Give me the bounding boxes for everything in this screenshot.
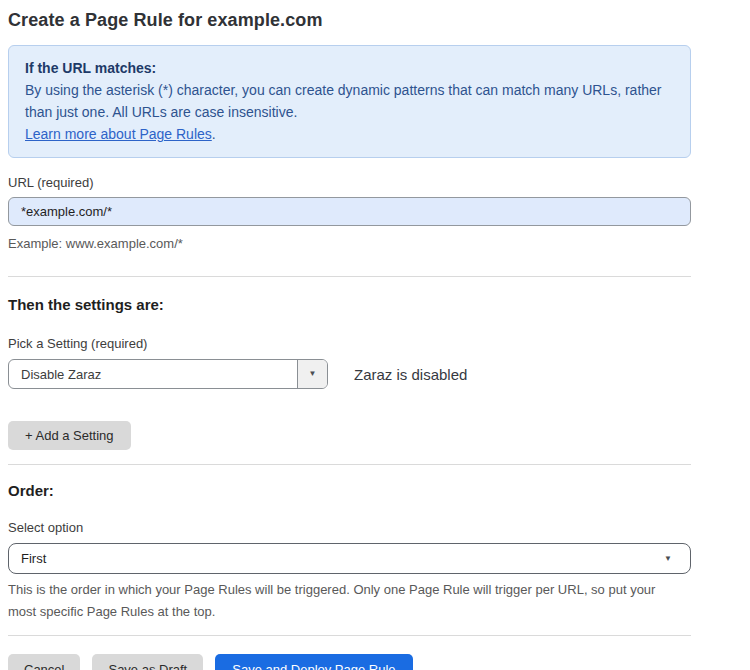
caret-down-icon: ▼ (664, 555, 672, 563)
order-select-label: Select option (8, 520, 691, 535)
url-example-helper: Example: www.example.com/* (8, 233, 691, 255)
save-and-deploy-button[interactable]: Save and Deploy Page Rule (215, 654, 412, 670)
divider (8, 276, 691, 277)
form-actions: Cancel Save as Draft Save and Deploy Pag… (8, 654, 691, 670)
link-suffix: . (212, 126, 216, 142)
setting-dropdown[interactable]: Disable Zaraz ▼ (8, 359, 328, 389)
settings-section-heading: Then the settings are: (8, 296, 691, 313)
order-helper-text: This is the order in which your Page Rul… (8, 579, 673, 623)
cancel-button[interactable]: Cancel (8, 654, 80, 670)
learn-more-link[interactable]: Learn more about Page Rules (25, 126, 212, 142)
url-input[interactable] (8, 197, 691, 226)
add-setting-button[interactable]: + Add a Setting (8, 421, 131, 450)
setting-dropdown-caret-button[interactable]: ▼ (297, 360, 327, 388)
info-box-link-line: Learn more about Page Rules. (25, 123, 674, 145)
info-box-body: By using the asterisk (*) character, you… (25, 79, 670, 123)
save-as-draft-button[interactable]: Save as Draft (92, 654, 203, 670)
order-select[interactable]: First ▼ (8, 543, 691, 574)
divider (8, 464, 691, 465)
setting-status-text: Zaraz is disabled (354, 366, 467, 383)
info-box-heading: If the URL matches: (25, 57, 674, 79)
page-title: Create a Page Rule for example.com (8, 10, 691, 31)
caret-down-icon: ▼ (309, 370, 317, 378)
setting-row: Disable Zaraz ▼ Zaraz is disabled (8, 359, 691, 389)
order-section-heading: Order: (8, 482, 691, 499)
url-field-label: URL (required) (8, 175, 691, 190)
url-match-info-box: If the URL matches: By using the asteris… (8, 45, 691, 158)
order-select-value: First (21, 551, 46, 566)
page-rule-form: Create a Page Rule for example.com If th… (8, 0, 691, 670)
divider (8, 635, 691, 636)
setting-dropdown-value: Disable Zaraz (9, 360, 297, 388)
pick-setting-label: Pick a Setting (required) (8, 336, 691, 351)
